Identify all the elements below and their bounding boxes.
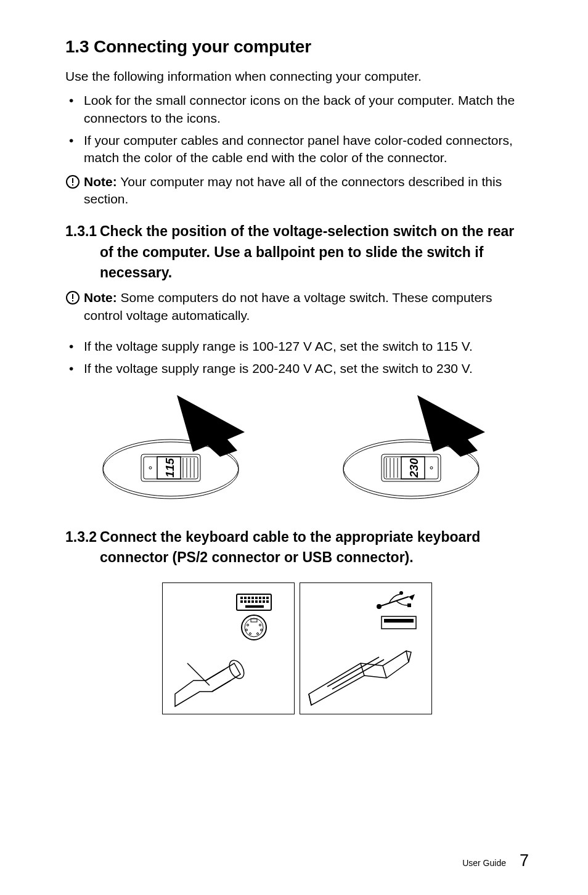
footer-label: User Guide — [462, 858, 506, 868]
svg-rect-35 — [263, 597, 265, 599]
svg-point-51 — [246, 629, 248, 631]
intro-paragraph: Use the following information when conne… — [65, 68, 529, 84]
svg-rect-41 — [255, 600, 258, 603]
svg-marker-27 — [417, 395, 485, 457]
subsection-title: Connect the keyboard cable to the approp… — [100, 527, 529, 568]
svg-rect-48 — [251, 619, 257, 622]
svg-point-58 — [399, 591, 403, 595]
svg-rect-5 — [72, 300, 73, 301]
svg-rect-33 — [255, 597, 258, 599]
svg-rect-30 — [244, 597, 247, 599]
ps2-connector-diagram — [162, 582, 295, 714]
subsection-title: Check the position of the voltage-select… — [100, 221, 529, 283]
usb-connector-diagram — [300, 582, 432, 714]
svg-point-52 — [261, 629, 263, 631]
subsection-number: 1.3.1 — [65, 221, 100, 283]
note-body: Your computer may not have all of the co… — [84, 174, 502, 206]
svg-rect-32 — [251, 597, 254, 599]
note-label: Note: — [84, 174, 117, 189]
note-block: Note: Some computers do not have a volta… — [65, 289, 529, 324]
switch-label-230: 230 — [407, 457, 420, 478]
svg-point-49 — [247, 624, 249, 626]
svg-rect-40 — [251, 600, 254, 603]
voltage-switch-230-diagram: 230 — [325, 389, 510, 505]
note-label: Note: — [84, 290, 117, 304]
list-item: If the voltage supply range is 200-240 V… — [65, 360, 529, 377]
svg-point-55 — [226, 658, 247, 682]
section-heading: 1.3 Connecting your computer — [65, 37, 529, 57]
note-body: Some computers do not have a voltage swi… — [84, 290, 492, 322]
svg-rect-59 — [407, 603, 411, 607]
subsection-heading: 1.3.1 Check the position of the voltage-… — [65, 221, 529, 283]
svg-rect-34 — [259, 597, 261, 599]
svg-rect-39 — [248, 600, 250, 603]
exclamation-circle-icon — [65, 290, 84, 305]
svg-point-50 — [259, 624, 261, 626]
switch-label-115: 115 — [163, 457, 176, 477]
svg-point-47 — [245, 618, 263, 637]
svg-rect-61 — [384, 619, 414, 623]
subsection-number: 1.3.2 — [65, 527, 100, 568]
svg-rect-42 — [259, 600, 261, 603]
list-item: If the voltage supply range is 100-127 V… — [65, 338, 529, 355]
svg-point-22 — [430, 467, 433, 469]
note-text: Note: Your computer may not have all of … — [84, 173, 529, 208]
note-text: Note: Some computers do not have a volta… — [84, 289, 529, 324]
svg-marker-16 — [177, 395, 245, 457]
svg-rect-1 — [72, 178, 73, 183]
svg-rect-31 — [248, 597, 250, 599]
svg-point-54 — [257, 633, 259, 635]
subsection-bullet-list: If the voltage supply range is 100-127 V… — [65, 338, 529, 378]
intro-bullet-list: Look for the small connector icons on th… — [65, 92, 529, 166]
list-item: If your computer cables and connector pa… — [65, 132, 529, 167]
svg-point-53 — [250, 633, 251, 635]
subsection-heading: 1.3.2 Connect the keyboard cable to the … — [65, 527, 529, 568]
svg-rect-38 — [244, 600, 247, 603]
list-item: Look for the small connector icons on th… — [65, 92, 529, 127]
page-footer: User Guide 7 — [462, 851, 529, 870]
svg-rect-43 — [263, 600, 265, 603]
svg-rect-37 — [240, 600, 243, 603]
svg-rect-2 — [72, 184, 73, 186]
svg-rect-4 — [72, 294, 73, 299]
page-number: 7 — [520, 851, 529, 870]
note-block: Note: Your computer may not have all of … — [65, 173, 529, 208]
voltage-switch-115-diagram: 115 — [84, 389, 269, 505]
svg-rect-45 — [245, 605, 264, 608]
svg-rect-44 — [266, 600, 269, 603]
keyboard-connector-figure-row — [65, 582, 529, 714]
svg-marker-57 — [409, 594, 415, 600]
svg-rect-36 — [266, 597, 269, 599]
svg-point-11 — [149, 467, 152, 469]
svg-rect-29 — [240, 597, 243, 599]
voltage-switch-figure-row: 115 230 — [65, 389, 529, 505]
exclamation-circle-icon — [65, 174, 84, 189]
